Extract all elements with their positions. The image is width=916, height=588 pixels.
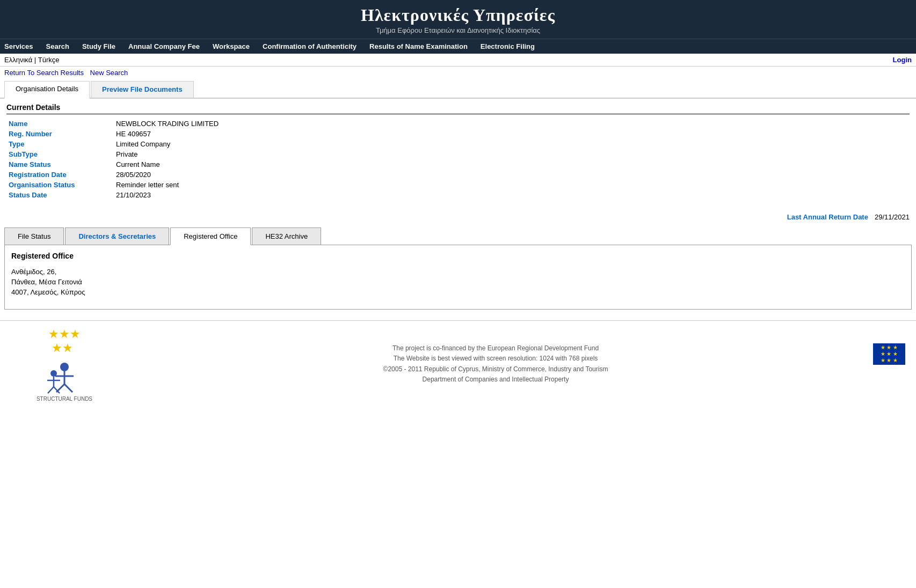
label-org-status: Organisation Status xyxy=(6,180,114,190)
section-title-current-details: Current Details xyxy=(6,103,910,114)
footer-line-1: The project is co-financed by the Europe… xyxy=(129,343,862,354)
table-row: Type Limited Company xyxy=(6,139,910,149)
label-name: Name xyxy=(6,119,114,129)
nav-electronic-filing[interactable]: Electronic Filing xyxy=(481,42,535,50)
tab-registered-office[interactable]: Registered Office xyxy=(170,227,251,245)
footer-line-4: Department of Companies and Intellectual… xyxy=(129,374,862,385)
table-row: SubType Private xyxy=(6,149,910,159)
tab-preview-file-documents[interactable]: Preview File Documents xyxy=(91,81,194,98)
logo-figure-svg xyxy=(40,357,89,395)
registered-office-title: Registered Office xyxy=(11,252,905,262)
value-type: Limited Company xyxy=(114,139,910,149)
value-org-status: Reminder letter sent xyxy=(114,180,910,190)
tab-file-status[interactable]: File Status xyxy=(4,227,64,245)
annual-return-label: Last Annual Return Date xyxy=(787,213,868,221)
detail-table: Name NEWBLOCK TRADING LIMITED Reg. Numbe… xyxy=(6,119,910,200)
footer-text: The project is co-financed by the Europe… xyxy=(129,327,862,385)
site-title: Ηλεκτρονικές Υπηρεσίες xyxy=(0,5,916,25)
value-reg-number: HE 409657 xyxy=(114,129,910,139)
content-box: Registered Office Ανθέμιδος, 26, Πάνθεα,… xyxy=(4,245,912,310)
label-reg-number: Reg. Number xyxy=(6,129,114,139)
footer-logo: ★★★ ★★ STRUCTURAL FUNDS xyxy=(11,327,118,402)
nav-workspace[interactable]: Workspace xyxy=(213,42,250,50)
value-registration-date: 28/05/2020 xyxy=(114,170,910,180)
nav-annual-fee[interactable]: Annual Company Fee xyxy=(128,42,200,50)
value-subtype: Private xyxy=(114,149,910,159)
label-name-status: Name Status xyxy=(6,159,114,170)
bottom-tabs: File Status Directors & Secretaries Regi… xyxy=(4,227,912,245)
nav-confirmation[interactable]: Confirmation of Authenticity xyxy=(263,42,357,50)
lang-greek[interactable]: Ελληνικά xyxy=(4,56,32,64)
eu-stars-decoration: ★★★ ★★ xyxy=(48,327,81,355)
table-row: Name Status Current Name xyxy=(6,159,910,170)
table-row: Registration Date 28/05/2020 xyxy=(6,170,910,180)
lang-separator: | xyxy=(34,56,38,64)
svg-line-4 xyxy=(64,384,72,392)
header: Ηλεκτρονικές Υπηρεσίες Τμήμα Εφόρου Εται… xyxy=(0,0,916,39)
svg-point-5 xyxy=(50,370,57,377)
label-type: Type xyxy=(6,139,114,149)
table-row: Organisation Status Reminder letter sent xyxy=(6,180,910,190)
tab-directors-secretaries[interactable]: Directors & Secretaries xyxy=(65,227,169,245)
return-to-search-link[interactable]: Return To Search Results xyxy=(4,69,84,77)
nav-name-examination[interactable]: Results of Name Examination xyxy=(369,42,468,50)
lang-turkish[interactable]: Türkçe xyxy=(38,56,60,64)
footer-line-2: The Website is best viewed with screen r… xyxy=(129,354,862,364)
eu-flag: ★ ★ ★★ ★ ★★ ★ ★ xyxy=(873,343,905,365)
structural-funds-label: STRUCTURAL FUNDS xyxy=(37,396,92,402)
label-registration-date: Registration Date xyxy=(6,170,114,180)
label-subtype: SubType xyxy=(6,149,114,159)
label-status-date: Status Date xyxy=(6,190,114,200)
table-row: Reg. Number HE 409657 xyxy=(6,129,910,139)
lang-bar: Ελληνικά | Türkçe Login xyxy=(0,54,916,67)
table-row: Status Date 21/10/2023 xyxy=(6,190,910,200)
nav-study-file[interactable]: Study File xyxy=(82,42,115,50)
address-line-3: 4007, Λεμεσός, Κύπρος xyxy=(11,288,905,296)
nav-search[interactable]: Search xyxy=(46,42,69,50)
address-line-2: Πάνθεα, Μέσα Γειτονιά xyxy=(11,278,905,286)
tab-he32-archive[interactable]: HE32 Archive xyxy=(252,227,321,245)
svg-line-8 xyxy=(48,387,54,393)
annual-return-row: Last Annual Return Date 29/11/2021 xyxy=(0,209,916,225)
eu-flag-stars: ★ ★ ★★ ★ ★★ ★ ★ xyxy=(881,344,898,364)
footer: ★★★ ★★ STRUCTURAL FUNDS The project is c… xyxy=(0,320,916,408)
tab-organisation-details[interactable]: Organisation Details xyxy=(4,81,90,99)
main-content: Current Details Name NEWBLOCK TRADING LI… xyxy=(0,99,916,209)
login-link[interactable]: Login xyxy=(893,56,912,64)
table-row: Name NEWBLOCK TRADING LIMITED xyxy=(6,119,910,129)
site-subtitle: Τμήμα Εφόρου Εταιρειών και Διανοητικής Ι… xyxy=(0,26,916,34)
nav-services[interactable]: Services xyxy=(4,42,33,50)
svg-point-0 xyxy=(60,363,69,371)
value-name-status: Current Name xyxy=(114,159,910,170)
address-line-1: Ανθέμιδος, 26, xyxy=(11,268,905,276)
breadcrumb: Return To Search Results New Search xyxy=(0,67,916,79)
value-status-date: 21/10/2023 xyxy=(114,190,910,200)
value-name: NEWBLOCK TRADING LIMITED xyxy=(114,119,910,129)
annual-return-value: 29/11/2021 xyxy=(875,213,910,221)
top-tabs: Organisation Details Preview File Docume… xyxy=(0,81,916,99)
navbar: Services Search Study File Annual Compan… xyxy=(0,39,916,54)
footer-line-3: ©2005 - 2011 Republic of Cyprus, Ministr… xyxy=(129,364,862,374)
new-search-link[interactable]: New Search xyxy=(90,69,128,77)
